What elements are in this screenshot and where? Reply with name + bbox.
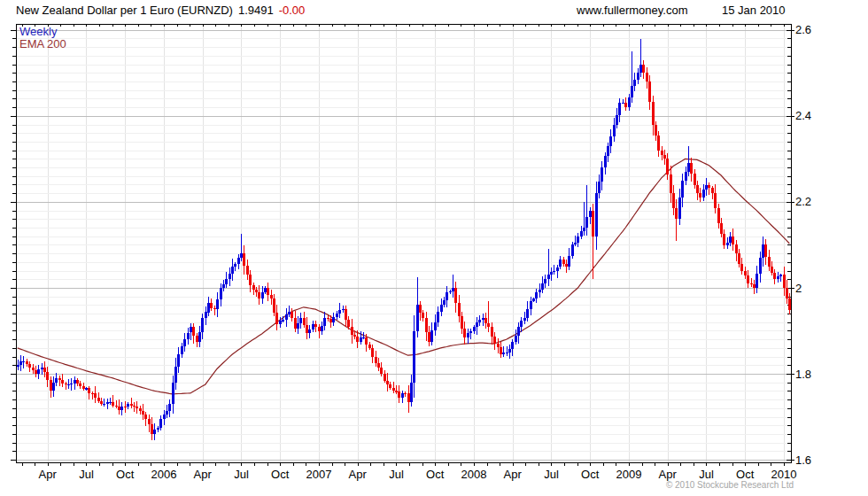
svg-text:Apr: Apr (39, 468, 58, 481)
svg-text:1.6: 1.6 (795, 453, 811, 467)
svg-text:2008: 2008 (461, 468, 487, 481)
svg-text:2.2: 2.2 (795, 195, 811, 208)
svg-text:Jul: Jul (234, 468, 249, 481)
legend-weekly-label: Weekly (19, 25, 57, 38)
price-chart-canvas: 1.61.822.22.42.6AprJulOct2006AprJulOct20… (0, 0, 868, 496)
svg-text:2010: 2010 (771, 468, 797, 481)
copyright-text: © 2010 Stockcube Research Ltd (666, 480, 794, 490)
svg-text:Oct: Oct (736, 468, 755, 481)
svg-text:2.6: 2.6 (795, 23, 811, 36)
svg-text:2006: 2006 (151, 468, 177, 481)
svg-text:Oct: Oct (116, 468, 135, 481)
svg-text:1.8: 1.8 (795, 368, 811, 381)
svg-text:Jul: Jul (699, 468, 714, 481)
svg-text:Jul: Jul (389, 468, 404, 481)
svg-text:Apr: Apr (349, 468, 368, 481)
chart-window: New Zealand Dollar per 1 Euro (EURNZD)1.… (0, 0, 868, 496)
svg-text:Jul: Jul (544, 468, 559, 481)
svg-text:Oct: Oct (581, 468, 600, 481)
svg-text:2.4: 2.4 (795, 109, 811, 122)
svg-text:2009: 2009 (616, 468, 642, 481)
svg-text:Oct: Oct (426, 468, 445, 481)
svg-text:2: 2 (795, 282, 802, 295)
legend-ema-label: EMA 200 (19, 37, 66, 50)
svg-text:Oct: Oct (271, 468, 290, 481)
svg-text:Apr: Apr (504, 468, 523, 481)
svg-text:Jul: Jul (79, 468, 94, 481)
svg-text:2007: 2007 (306, 468, 332, 481)
svg-text:Apr: Apr (194, 468, 213, 481)
svg-text:Apr: Apr (659, 468, 678, 481)
